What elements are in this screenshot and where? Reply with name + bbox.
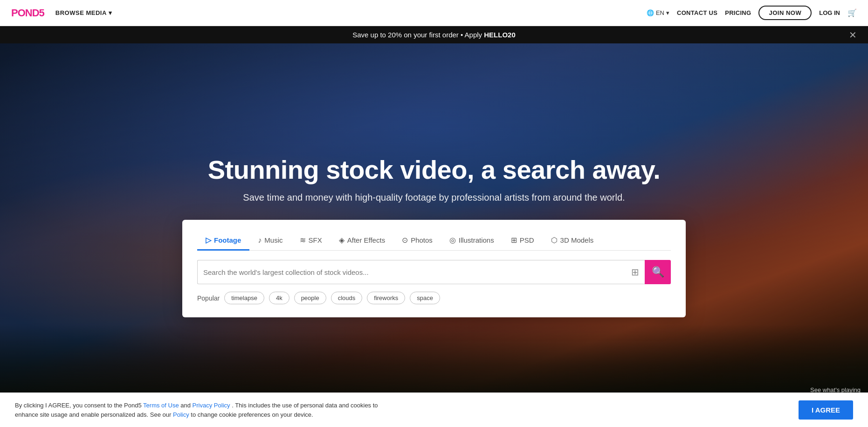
cookie-banner: By clicking I AGREE, you consent to the … [0,392,868,427]
join-now-button[interactable]: JOIN NOW [758,6,812,20]
sfx-icon: ≋ [300,236,306,245]
hero-section: Stunning stock video, a search away. Sav… [0,0,868,427]
tab-3d-models[interactable]: ⬡ 3D Models [543,231,602,251]
terms-of-use-link[interactable]: Terms of Use [143,402,179,409]
tab-footage[interactable]: ▷ Footage [197,231,249,251]
logo[interactable]: POND5 [11,7,44,19]
tab-after-effects[interactable]: ◈ After Effects [331,231,393,251]
tab-psd[interactable]: ⊞ PSD [503,231,543,251]
nav-left: POND5 BROWSE MEDIA [11,7,112,19]
logo-text: POND5 [11,7,44,19]
footage-icon: ▷ [206,236,211,245]
cookie-agree-button[interactable]: I AGREE [799,400,853,420]
tab-after-effects-label: After Effects [347,236,385,244]
login-link[interactable]: LOG IN [819,9,840,16]
visual-search-icon[interactable]: ⊞ [631,266,639,278]
cart-icon[interactable]: 🛒 [847,8,857,17]
tab-music-label: Music [264,236,282,244]
after-effects-icon: ◈ [339,236,344,245]
cookie-text-prefix: By clicking I AGREE, you consent to the … [15,402,143,409]
language-label: EN [656,9,664,16]
popular-tags-row: Popular timelapse 4k people clouds firew… [197,292,671,304]
tab-illustrations[interactable]: ◎ Illustrations [441,231,503,251]
search-card: ▷ Footage ♪ Music ≋ SFX ◈ After Effects … [182,220,686,317]
promo-close-button[interactable]: ✕ [849,29,857,41]
pricing-link[interactable]: PRICING [725,9,751,16]
music-icon: ♪ [258,236,262,245]
tab-photos[interactable]: ⊙ Photos [393,231,441,251]
tag-space[interactable]: space [410,292,440,304]
promo-text-prefix: Save up to 20% on your first order • App… [352,31,484,39]
tag-people[interactable]: people [294,292,326,304]
tab-photos-label: Photos [411,236,433,244]
search-input-wrapper: ⊞ [197,260,645,284]
nav-right: 🌐 EN CONTACT US PRICING JOIN NOW LOG IN … [647,6,857,20]
navbar: POND5 BROWSE MEDIA 🌐 EN CONTACT US PRICI… [0,0,868,26]
search-tabs: ▷ Footage ♪ Music ≋ SFX ◈ After Effects … [197,231,671,251]
tab-music[interactable]: ♪ Music [249,231,291,251]
promo-banner: Save up to 20% on your first order • App… [0,26,868,43]
psd-icon: ⊞ [511,236,517,245]
tab-illustrations-label: Illustrations [459,236,494,244]
photos-icon: ⊙ [402,236,408,245]
tab-sfx[interactable]: ≋ SFX [291,231,331,251]
tab-psd-label: PSD [520,236,534,244]
tab-sfx-label: SFX [309,236,322,244]
tab-footage-label: Footage [214,236,241,244]
browse-media-label: BROWSE MEDIA [55,9,107,16]
tab-3d-models-label: 3D Models [560,236,594,244]
contact-link[interactable]: CONTACT US [677,9,717,16]
cookie-policy-link[interactable]: Policy [173,411,189,418]
browse-media-button[interactable]: BROWSE MEDIA [55,9,112,16]
browse-media-chevron-icon [109,9,112,16]
search-input[interactable] [203,268,627,276]
cookie-text-end: to change cookie preferences on your dev… [191,411,313,418]
popular-label: Popular [197,294,220,302]
promo-code: HELLO20 [484,31,516,39]
search-magnifier-icon: 🔍 [652,266,664,278]
illustrations-icon: ◎ [449,236,456,245]
hero-title: Stunning stock video, a search away. [208,154,661,185]
globe-icon: 🌐 [647,9,654,16]
tag-4k[interactable]: 4k [269,292,289,304]
hero-subtitle: Save time and money with high-quality fo… [243,192,625,203]
promo-text: Save up to 20% on your first order • App… [352,31,516,39]
3d-models-icon: ⬡ [551,236,558,245]
tag-timelapse[interactable]: timelapse [224,292,264,304]
hero-content: Stunning stock video, a search away. Sav… [0,154,868,317]
tag-clouds[interactable]: clouds [331,292,363,304]
tag-fireworks[interactable]: fireworks [367,292,405,304]
privacy-policy-link[interactable]: Privacy Policy [193,402,230,409]
cookie-text-between: and [180,402,192,409]
search-button[interactable]: 🔍 [645,260,671,284]
search-row: ⊞ 🔍 [197,260,671,284]
cookie-text: By clicking I AGREE, you consent to the … [15,401,379,419]
language-chevron-icon [666,9,669,16]
language-selector[interactable]: 🌐 EN [647,9,669,16]
